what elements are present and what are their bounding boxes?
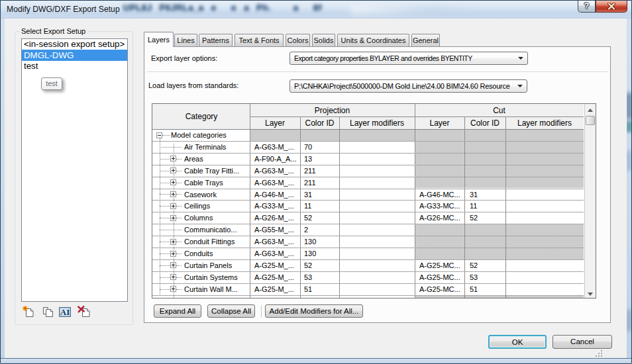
svg-text:AI: AI <box>60 307 70 317</box>
